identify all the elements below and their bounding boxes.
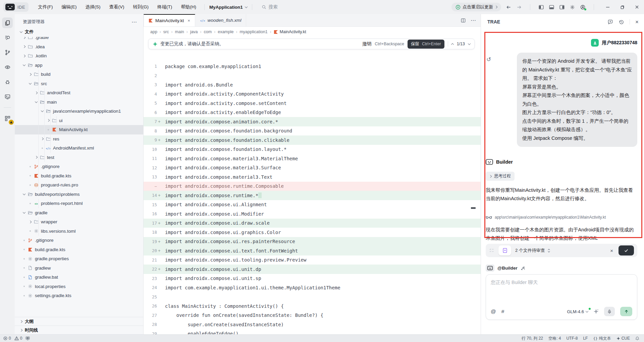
breadcrumb-item-src[interactable]: src [163,30,169,34]
activity-source-control-button[interactable] [2,47,13,58]
menu-item-3[interactable]: 查看(V) [106,3,127,11]
activity-terminal-button[interactable] [2,91,13,102]
explorer-more-actions-button[interactable]: ⋯ [131,19,137,25]
code-line-28[interactable]: 28 super.onCreate(savedInstanceState) [144,320,481,329]
tree-item-local.properties[interactable]: local.properties [15,282,143,291]
problems-errors-indicator[interactable]: 0 [3,336,11,341]
code-line-4[interactable]: 4import androidx.activity.ComponentActiv… [144,90,481,99]
tree-item-gradle.properties[interactable]: gradle.properties [15,254,143,264]
tree-item-ui[interactable]: ui [15,116,143,125]
accept-all-button[interactable] [619,245,634,255]
tree-item-src[interactable]: src [15,79,143,89]
tree-item-build-reports-problems[interactable]: build\reports\problems [15,190,143,199]
menu-item-5[interactable]: 终端(T) [154,3,175,11]
code-line-27[interactable]: 27 override fun onCreate(savedInstanceSt… [144,311,481,320]
keep-button[interactable]: 保留 Ctrl+Enter [408,40,444,49]
code-line-21[interactable]: 21import androidx.compose.ui.tooling.pre… [144,255,481,265]
window-restore-button[interactable] [620,5,625,9]
mention-button[interactable]: @ [491,308,496,315]
tab-close-icon[interactable]: × [187,18,190,23]
prev-change-button[interactable] [451,43,453,46]
next-change-button[interactable] [468,42,471,45]
menu-item-0[interactable]: 文件(F) [35,3,56,11]
status-item-空格-4[interactable]: 空格: 4 [548,336,561,341]
settings-gear-icon[interactable] [570,4,575,10]
code-line-8[interactable]: 8import androidx.compose.foundation.back… [144,126,481,136]
agent-mention-label[interactable]: @Builder [497,266,518,271]
code-line-9[interactable]: 9+import androidx.compose.foundation.cli… [144,135,481,145]
thinking-process-toggle[interactable]: 思考过程 [486,172,515,181]
enhance-prompt-sparkle-icon[interactable] [593,309,599,314]
code-line-15[interactable]: 15import androidx.compose.ui.Alignment [144,200,481,210]
tree-item-androidtest[interactable]: androidTest [15,88,143,98]
tree-item-gradlew[interactable]: gradlew [15,264,143,273]
discard-button[interactable]: 撤销 [362,41,371,47]
code-view[interactable]: 1package com.example.myapplication123imp… [144,37,481,334]
menu-item-6[interactable]: 帮助(H) [177,3,200,11]
status-item-LF[interactable]: LF [583,336,588,341]
tab-mainactivity[interactable]: MainActivity.kt × [144,14,195,26]
tree-item-mainactivity.kt[interactable]: MainActivity.kt [15,125,143,134]
tree-item-test[interactable]: test [15,153,143,162]
tree-item-main[interactable]: main [15,98,143,107]
tree-item-build.gradle.kts[interactable]: build.gradle.kts [15,171,143,181]
code-line-17[interactable]: 17+import androidx.compose.ui.draw.scale [144,219,481,228]
tree-item-res[interactable]: res [15,134,143,144]
breadcrumb-item-java[interactable]: java [190,30,198,34]
tree-item-settings.gradle.kts[interactable]: settings.gradle.kts [15,291,143,300]
code-line-12[interactable]: 12import androidx.compose.material3.Surf… [144,163,481,173]
code-line-24[interactable]: 24import com.example.myapplication1.ui.t… [144,283,481,292]
close-panel-button[interactable]: × [635,19,639,25]
code-line-23[interactable]: 23import androidx.compose.ui.unit.sp [144,274,481,283]
activity-extensions-button[interactable] [2,113,13,124]
tree-item-problems-report.html[interactable]: <>problems-report.html [15,199,143,208]
app-logo[interactable]: IDE [3,2,29,12]
nav-back-button[interactable] [506,4,512,10]
tab-wooden-fish[interactable]: </> wooden_fish.xml [195,14,247,26]
code-line-11[interactable]: 11import androidx.compose.material3.Mate… [144,154,481,163]
menu-item-1[interactable]: 编辑(E) [58,3,80,11]
toggle-right-panel-button[interactable] [559,4,565,10]
send-button[interactable] [620,307,632,316]
tree-item-wrapper[interactable]: wrapper [15,217,143,227]
code-line-18[interactable]: 18import androidx.compose.ui.graphics.Co… [144,228,481,237]
window-close-button[interactable] [635,5,639,9]
menu-item-4[interactable]: 转到(G) [129,3,152,11]
expand-updown-icon[interactable] [547,248,551,253]
activity-explorer-button[interactable] [2,17,13,28]
voice-input-button[interactable] [604,307,615,316]
review-files-button[interactable] [498,245,511,255]
window-minimize-button[interactable] [605,5,610,9]
new-chat-button[interactable] [607,19,613,25]
nav-forward-button[interactable] [516,4,522,10]
breadcrumb-item-app[interactable]: app [150,30,157,34]
code-line-19[interactable]: 19+import androidx.compose.ui.res.painte… [144,237,481,246]
context-tag-button[interactable]: # [501,308,504,315]
section-outline[interactable]: 大纲 [15,317,143,326]
tree-item-gradlew.bat[interactable]: gradlew.bat [15,273,143,282]
tree-item-proguard-rules.pro[interactable]: proguard-rules.pro [15,180,143,190]
tree-item-.kotlin[interactable]: .kotlin [15,51,143,61]
code-line-20[interactable]: 20+import androidx.compose.ui.text.font.… [144,246,481,255]
breadcrumb-item-main[interactable]: main [175,30,184,34]
editor-more-actions-button[interactable]: ⋯ [471,17,476,23]
breadcrumb-item-current-file[interactable]: MainActivity.kt [274,30,306,34]
explorer-section-files[interactable]: 文件 [15,27,143,37]
code-line-6[interactable]: 6import androidx.activity.enableEdgeToEd… [144,108,481,117]
toggle-bottom-panel-button[interactable] [549,4,554,10]
agent-tools-icon[interactable] [521,266,526,271]
scrollbar-change-marker[interactable] [471,207,476,209]
dismiss-review-button[interactable]: × [610,248,613,253]
project-selector[interactable]: MyApplication1 [209,5,247,10]
checklist-icon[interactable] [489,248,494,253]
restart-to-update-button[interactable]: 点击重启以更新 [451,3,501,11]
account-button[interactable] [580,4,586,10]
revert-message-button[interactable]: ↺ [486,53,496,147]
agent-chip[interactable] [486,265,494,272]
global-search[interactable]: 搜索 [262,4,278,10]
breadcrumb-item-myapplication1[interactable]: myapplication1 [239,30,267,34]
tree-item-.idea[interactable]: .idea [15,42,143,52]
status-item-bell[interactable] [635,336,639,341]
status-item-UTF-8[interactable]: UTF-8 [566,336,578,341]
code-line-14[interactable]: 14+import androidx.compose.runtime.* [144,191,481,200]
